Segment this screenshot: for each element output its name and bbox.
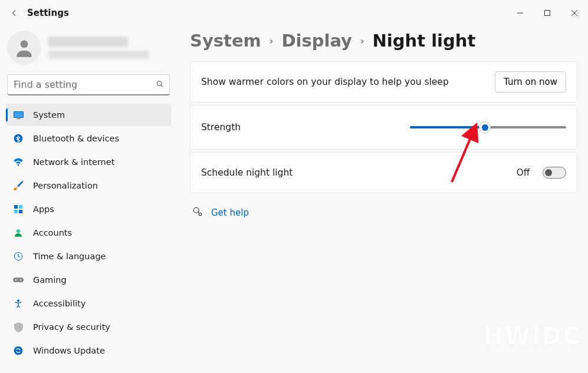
svg-point-24 [199,213,202,216]
sidebar-item-label: Time & language [33,252,106,261]
profile-name-redacted [48,37,128,47]
network-icon [13,157,24,167]
svg-rect-14 [14,210,18,213]
close-button[interactable] [561,4,588,22]
nav: SystemBluetooth & devicesNetwork & inter… [6,104,171,362]
sidebar-item-label: Accounts [33,228,72,237]
slider-fill [410,126,485,128]
svg-point-11 [17,164,19,166]
sidebar-item-system[interactable]: System [6,104,171,126]
maximize-button[interactable] [534,4,561,22]
turn-on-now-button[interactable]: Turn on now [495,71,566,93]
window-title: Settings [27,8,69,18]
svg-point-4 [21,40,28,48]
sidebar-item-label: System [33,110,65,120]
schedule-toggle[interactable] [543,167,566,179]
sidebar: SystemBluetooth & devicesNetwork & inter… [0,26,177,373]
profile-text [48,37,169,59]
sidebar-item-network[interactable]: Network & internet [6,151,171,173]
strength-label: Strength [201,122,402,133]
system-icon [13,110,24,120]
minimize-button[interactable] [507,4,534,22]
svg-rect-18 [13,278,24,282]
sidebar-item-label: Privacy & security [33,322,110,332]
chevron-right-icon: › [360,35,364,47]
sidebar-item-time[interactable]: Time & language [6,245,171,268]
svg-rect-15 [19,210,22,213]
strength-slider[interactable] [410,121,566,133]
minimize-icon [517,10,523,16]
bluetooth-icon [13,133,24,144]
sidebar-item-label: Network & internet [33,157,114,167]
person-icon [13,37,35,59]
toggle-knob-icon [545,169,552,176]
card-intro: Show warmer colors on your display to he… [190,61,577,103]
maximize-icon [544,10,550,16]
back-button[interactable] [6,5,22,21]
apps-icon [13,204,24,214]
svg-point-20 [20,279,21,280]
close-icon [571,10,577,16]
avatar [7,31,41,65]
sidebar-item-label: Windows Update [33,346,105,355]
svg-point-10 [14,134,23,143]
schedule-label: Schedule night light [201,167,508,178]
accessibility-icon [13,298,24,309]
sidebar-item-accessibility[interactable]: Accessibility [6,292,171,315]
search-icon [156,80,164,91]
personalization-icon: 🖌️ [13,180,24,191]
schedule-state-label: Off [517,167,530,178]
svg-point-5 [157,81,162,86]
main-content: System › Display › Night light Show warm… [177,26,588,373]
help-icon [192,206,203,219]
breadcrumb-current: Night light [373,31,476,51]
sidebar-item-privacy[interactable]: Privacy & security [6,316,171,338]
sidebar-item-update[interactable]: Windows Update [6,339,171,362]
sidebar-item-label: Accessibility [33,299,86,308]
time-icon [13,251,24,262]
account-profile[interactable] [6,28,171,73]
sidebar-item-apps[interactable]: Apps [6,198,171,220]
svg-point-23 [193,207,199,213]
update-icon [13,345,24,356]
accounts-icon [13,227,24,238]
title-bar: Settings [0,0,588,26]
svg-rect-12 [14,205,18,209]
sidebar-item-label: Apps [33,204,54,214]
gaming-icon [13,275,24,285]
svg-point-16 [17,229,21,233]
search-wrap [7,74,170,95]
sidebar-item-label: Gaming [33,275,67,285]
watermark: HWIDC [484,322,581,349]
profile-email-redacted [48,51,149,59]
svg-line-6 [161,85,163,87]
sidebar-item-accounts[interactable]: Accounts [6,222,171,244]
sidebar-item-gaming[interactable]: Gaming [6,269,171,291]
sidebar-item-bluetooth[interactable]: Bluetooth & devices [6,127,171,150]
slider-thumb[interactable] [479,121,491,133]
night-light-description: Show warmer colors on your display to he… [201,77,487,87]
slider-thumb-inner-icon [482,124,488,131]
svg-rect-9 [17,118,21,119]
chevron-right-icon: › [270,35,274,47]
breadcrumb: System › Display › Night light [190,31,577,51]
sidebar-item-label: Personalization [33,181,98,190]
help-row: Get help [190,206,577,219]
svg-point-22 [14,346,23,355]
svg-rect-1 [545,11,550,16]
card-strength: Strength [190,105,577,150]
svg-point-21 [17,299,19,302]
sidebar-item-personalization[interactable]: 🖌️Personalization [6,174,171,197]
card-schedule: Schedule night light Off [190,152,577,193]
breadcrumb-system[interactable]: System [190,31,261,51]
svg-point-19 [15,279,17,280]
get-help-link[interactable]: Get help [211,207,249,218]
svg-rect-8 [14,112,23,117]
search-input[interactable] [7,74,170,95]
privacy-icon [13,322,24,332]
caption-buttons [507,4,588,22]
svg-rect-13 [19,205,22,209]
arrow-left-icon [9,8,19,18]
breadcrumb-display[interactable]: Display [281,31,352,51]
sidebar-item-label: Bluetooth & devices [33,134,119,143]
